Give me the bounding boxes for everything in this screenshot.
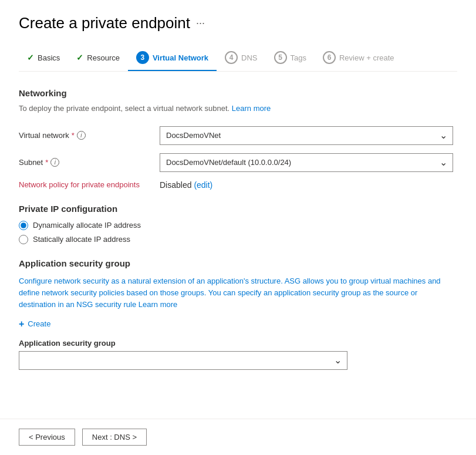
asg-table-header: Application security group [19, 339, 457, 348]
wizard-step-review-create[interactable]: 6 Review + create [315, 46, 403, 71]
wizard-step-review-create-label: Review + create [339, 53, 394, 62]
wizard-step-dns-label: DNS [241, 53, 257, 62]
wizard-step-resource[interactable]: ✓ Resource [68, 48, 128, 69]
virtual-network-row: Virtual network * i DocsDemoVNet [19, 126, 457, 145]
network-policy-label: Network policy for private endpoints [19, 180, 160, 189]
virtual-network-dropdown-wrapper: DocsDemoVNet [160, 126, 453, 145]
step-circle-5: 5 [274, 51, 287, 64]
asg-dropdown[interactable] [19, 351, 347, 370]
step-circle-4: 4 [225, 51, 238, 64]
learn-more-link[interactable]: Learn more [232, 104, 271, 113]
page-title: Create a private endpoint [19, 14, 190, 32]
next-button[interactable]: Next : DNS > [82, 429, 147, 446]
radio-static-row: Statically allocate IP address [19, 235, 457, 244]
wizard-nav: ✓ Basics ✓ Resource 3 Virtual Network 4 … [19, 46, 457, 72]
asg-section: Application security group Configure net… [19, 258, 457, 370]
previous-button[interactable]: < Previous [19, 429, 75, 446]
wizard-step-basics[interactable]: ✓ Basics [19, 48, 68, 69]
page-title-row: Create a private endpoint ··· [19, 14, 457, 32]
subnet-label: Subnet * i [19, 158, 160, 167]
virtual-network-dropdown[interactable]: DocsDemoVNet [160, 126, 453, 145]
networking-description: To deploy the private endpoint, select a… [19, 103, 457, 114]
main-content: Create a private endpoint ··· ✓ Basics ✓… [0, 0, 476, 419]
info-icon-vnet[interactable]: i [77, 131, 86, 140]
network-policy-edit-link[interactable]: (edit) [194, 180, 212, 190]
asg-learn-more-link[interactable]: Learn more [139, 300, 177, 309]
network-policy-value: Disabled (edit) [160, 180, 212, 190]
footer: < Previous Next : DNS > [0, 419, 476, 455]
page-title-ellipsis[interactable]: ··· [196, 17, 205, 29]
private-ip-section-title: Private IP configuration [19, 204, 457, 214]
plus-icon: + [19, 319, 24, 329]
page-container: Create a private endpoint ··· ✓ Basics ✓… [0, 0, 476, 455]
checkmark-icon-2: ✓ [76, 53, 83, 62]
asg-dropdown-wrapper [19, 351, 347, 370]
wizard-step-tags-label: Tags [291, 53, 306, 62]
radio-dynamic[interactable] [19, 221, 28, 230]
wizard-step-basics-label: Basics [38, 53, 60, 62]
step-circle-3: 3 [136, 51, 149, 64]
radio-static[interactable] [19, 235, 28, 244]
radio-static-label: Statically allocate IP address [33, 235, 130, 244]
wizard-step-virtual-network[interactable]: 3 Virtual Network [128, 46, 217, 71]
subnet-row: Subnet * i DocsDemoVNet/default (10.0.0.… [19, 153, 457, 172]
asg-create-button[interactable]: + Create [19, 319, 50, 329]
subnet-control: DocsDemoVNet/default (10.0.0.0/24) [160, 153, 457, 172]
checkmark-icon: ✓ [27, 53, 34, 62]
required-star-vnet: * [72, 131, 75, 140]
networking-section-title: Networking [19, 88, 457, 98]
wizard-step-tags[interactable]: 5 Tags [266, 46, 315, 71]
wizard-step-dns[interactable]: 4 DNS [217, 46, 265, 71]
subnet-dropdown[interactable]: DocsDemoVNet/default (10.0.0.0/24) [160, 153, 453, 172]
wizard-step-resource-label: Resource [87, 53, 120, 62]
virtual-network-control: DocsDemoVNet [160, 126, 457, 145]
network-policy-row: Network policy for private endpoints Dis… [19, 180, 457, 190]
asg-create-label: Create [28, 319, 50, 328]
asg-section-title: Application security group [19, 258, 457, 268]
virtual-network-label: Virtual network * i [19, 131, 160, 140]
radio-dynamic-row: Dynamically allocate IP address [19, 221, 457, 230]
asg-description: Configure network security as a natural … [19, 275, 441, 311]
subnet-dropdown-wrapper: DocsDemoVNet/default (10.0.0.0/24) [160, 153, 453, 172]
wizard-step-virtual-network-label: Virtual Network [153, 53, 208, 62]
info-icon-subnet[interactable]: i [50, 158, 59, 167]
required-star-subnet: * [45, 158, 48, 167]
radio-dynamic-label: Dynamically allocate IP address [33, 221, 141, 230]
step-circle-6: 6 [323, 51, 336, 64]
